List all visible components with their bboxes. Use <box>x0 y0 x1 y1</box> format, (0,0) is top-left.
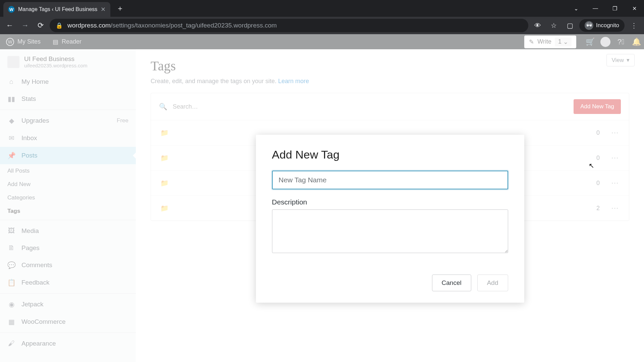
reload-button[interactable]: ⟳ <box>34 19 47 32</box>
close-tab-icon[interactable]: ✕ <box>101 6 106 13</box>
bookmark-icon[interactable]: ☆ <box>547 19 560 32</box>
forward-button: → <box>19 19 32 32</box>
window-controls: ⌄ ― ❐ ✕ <box>566 0 644 17</box>
url-host: wordpress.com <box>67 22 111 29</box>
modal-actions: Cancel Add <box>272 275 508 291</box>
tabs-chevron-icon[interactable]: ⌄ <box>566 5 586 12</box>
incognito-icon: 🕶 <box>585 21 593 30</box>
incognito-label: Incognito <box>596 22 619 29</box>
description-label: Description <box>272 198 508 206</box>
kebab-menu-icon[interactable]: ⋮ <box>627 19 641 32</box>
add-tag-modal: Add New Tag Description Cancel Add <box>256 135 524 303</box>
modal-title: Add New Tag <box>272 148 508 161</box>
incognito-badge[interactable]: 🕶 Incognito <box>579 19 625 32</box>
browser-toolbar: ← → ⟳ 🔒 wordpress.com/settings/taxonomie… <box>0 17 644 34</box>
url-path: /settings/taxonomies/post_tag/uifeed2023… <box>111 22 277 29</box>
browser-tab[interactable]: W Manage Tags ‹ UI Feed Business ✕ <box>3 2 110 17</box>
tag-name-input[interactable] <box>272 171 508 189</box>
new-tab-button[interactable]: ＋ <box>116 3 124 13</box>
minimize-icon[interactable]: ― <box>586 5 605 11</box>
back-button[interactable]: ← <box>3 19 16 32</box>
browser-tab-strip: W Manage Tags ‹ UI Feed Business ✕ ＋ ⌄ ―… <box>0 0 644 17</box>
panel-icon[interactable]: ▢ <box>563 19 577 32</box>
tag-description-input[interactable] <box>272 209 508 253</box>
tracking-icon[interactable]: 👁 <box>531 19 544 32</box>
cancel-button[interactable]: Cancel <box>432 275 471 291</box>
close-window-icon[interactable]: ✕ <box>625 5 644 12</box>
maximize-icon[interactable]: ❐ <box>605 5 625 12</box>
lock-icon: 🔒 <box>56 22 63 29</box>
add-button[interactable]: Add <box>477 275 508 291</box>
address-bar[interactable]: 🔒 wordpress.com/settings/taxonomies/post… <box>50 19 528 32</box>
tab-title: Manage Tags ‹ UI Feed Business <box>18 6 97 12</box>
wordpress-favicon: W <box>8 6 15 13</box>
